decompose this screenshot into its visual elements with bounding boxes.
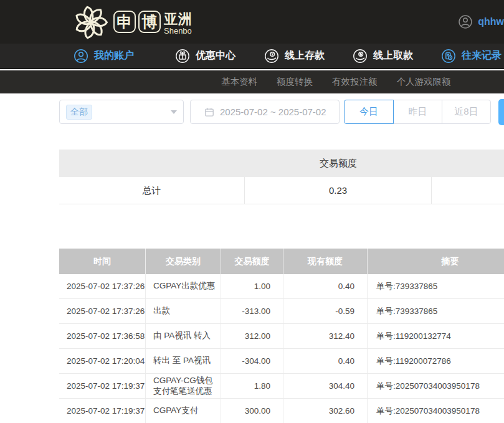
nav-item-promotions[interactable]: 优惠中心 xyxy=(175,44,235,68)
date-range-value: 2025-07-02 ~ 2025-07-02 xyxy=(220,107,326,117)
quick-date-buttons: 今日 昨日 近8日 xyxy=(344,100,491,124)
cell-time: 2025-07-02 17:37:26 xyxy=(59,274,146,298)
col-header-balance: 现有额度 xyxy=(283,249,368,274)
table-row: 2025-07-02 17:19:37 CGPAY-CG钱包支付笔笔送优惠 1.… xyxy=(59,374,504,399)
cell-balance: 0.40 xyxy=(283,274,368,298)
withdraw-hand-coin-icon xyxy=(353,49,368,64)
cell-amount: 1.00 xyxy=(221,274,283,298)
cell-type: CGPAY支付 xyxy=(146,399,221,423)
cell-time: 2025-07-02 17:19:37 xyxy=(59,399,146,423)
deposit-hand-coin-icon xyxy=(264,49,279,64)
last-8-days-button[interactable]: 近8日 xyxy=(442,100,491,124)
nav-label: 我的账户 xyxy=(94,49,134,62)
table-row: 2025-07-02 17:37:26 CGPAY出款优惠 1.00 0.40 … xyxy=(59,274,504,299)
cell-amount: -304.00 xyxy=(221,349,283,373)
account-icon xyxy=(74,49,88,64)
logo-region-cn: 亚洲 xyxy=(164,12,193,26)
username[interactable]: qhhw xyxy=(478,16,504,27)
col-header-memo: 摘要 xyxy=(368,249,504,274)
subnav-item-valid-bets[interactable]: 有效投注额 xyxy=(332,76,378,88)
nav-label: 往来记录 xyxy=(462,49,502,62)
chevron-down-icon xyxy=(171,110,177,114)
cell-memo: 单号:202507034003950178 xyxy=(368,374,504,398)
cell-memo: 单号:739337865 xyxy=(368,299,504,323)
filter-row: 全部 2025-07-02 ~ 2025-07-02 今日 昨日 近8日 xyxy=(0,100,504,125)
flower-logo-icon xyxy=(71,4,111,44)
table-row: 2025-07-02 17:37:26 出款 -313.00 -0.59 单号:… xyxy=(59,299,504,324)
page: 申 博 亚洲 Shenbo qhhw xyxy=(0,0,504,423)
cell-time: 2025-07-02 17:37:26 xyxy=(59,299,146,323)
user-area: qhhw xyxy=(458,0,504,44)
cell-amount: 312.00 xyxy=(221,324,283,348)
cell-balance: 304.40 xyxy=(283,374,368,398)
summary-header-amount: 交易额度 xyxy=(245,158,432,169)
cell-memo: 单号:119200072786 xyxy=(368,349,504,373)
transactions-table: 时间 交易类别 交易额度 现有额度 摘要 2025-07-02 17:37:26… xyxy=(59,249,504,423)
cell-time: 2025-07-02 17:36:58 xyxy=(59,324,146,348)
nav-item-deposit[interactable]: 线上存款 xyxy=(264,44,325,68)
cell-amount: 1.80 xyxy=(221,374,283,398)
subnav-item-game-limits[interactable]: 个人游戏限额 xyxy=(397,76,451,88)
selected-type-chip[interactable]: 全部 xyxy=(66,105,92,120)
col-header-amount: 交易额度 xyxy=(221,249,283,274)
cell-memo: 单号:119200132774 xyxy=(368,324,504,348)
subnav-item-basic-info[interactable]: 基本资料 xyxy=(221,76,257,88)
yesterday-button[interactable]: 昨日 xyxy=(393,100,442,124)
sub-nav: 基本资料 额度转换 有效投注额 个人游戏限额 xyxy=(0,70,504,93)
logo-region-en: Shenbo xyxy=(164,26,193,36)
nav-label: 线上存款 xyxy=(285,49,325,62)
nav-label: 线上取款 xyxy=(373,49,413,62)
cell-memo: 单号:202507034003950178 xyxy=(368,399,504,423)
table-row: 2025-07-02 17:36:58 由 PA视讯 转入 312.00 312… xyxy=(59,324,504,349)
user-circle-icon[interactable] xyxy=(458,14,473,29)
today-button[interactable]: 今日 xyxy=(344,100,394,124)
transactions-header-row: 时间 交易类别 交易额度 现有额度 摘要 xyxy=(59,249,504,274)
logo-char-shen: 申 xyxy=(113,11,136,33)
cell-balance: 302.60 xyxy=(283,399,368,423)
nav-item-records[interactable]: 往来记录 xyxy=(441,44,502,68)
logo-char-bo: 博 xyxy=(138,11,161,33)
summary-total-value: 0.23 xyxy=(245,177,432,204)
search-button[interactable] xyxy=(498,99,504,125)
nav-item-my-account[interactable]: 我的账户 xyxy=(74,44,134,68)
cell-balance: 0.40 xyxy=(283,349,368,373)
table-row: 2025-07-02 17:20:04 转出 至 PA视讯 -304.00 0.… xyxy=(59,349,504,374)
nav-label: 优惠中心 xyxy=(196,49,235,62)
table-row: 2025-07-02 17:19:37 CGPAY支付 300.00 302.6… xyxy=(59,399,504,423)
cell-memo: 单号:739337865 xyxy=(368,274,504,298)
summary-total-row: 总计 0.23 xyxy=(59,177,504,204)
cell-amount: 300.00 xyxy=(221,399,283,423)
cell-type: 由 PA视讯 转入 xyxy=(146,324,221,348)
summary-total-label: 总计 xyxy=(59,177,245,204)
calendar-icon xyxy=(204,107,214,117)
cell-type: CGPAY出款优惠 xyxy=(146,274,221,298)
top-brand-bar: 申 博 亚洲 Shenbo qhhw xyxy=(0,0,504,44)
col-header-time: 时间 xyxy=(59,249,146,274)
subnav-item-credit-transfer[interactable]: 额度转换 xyxy=(277,76,313,88)
main-nav: 我的账户 优惠中心 xyxy=(0,44,504,69)
date-range-input[interactable]: 2025-07-02 ~ 2025-07-02 xyxy=(190,100,340,124)
cell-type: 出款 xyxy=(146,299,221,323)
cell-time: 2025-07-02 17:20:04 xyxy=(59,349,146,373)
summary-header-row: 交易额度 xyxy=(59,150,504,177)
nav-item-withdraw[interactable]: 线上取款 xyxy=(353,44,413,68)
cell-amount: -313.00 xyxy=(221,299,283,323)
col-header-type: 交易类别 xyxy=(146,249,221,274)
records-clipboard-icon xyxy=(441,49,456,64)
cell-type: 转出 至 PA视讯 xyxy=(146,349,221,373)
transaction-type-select[interactable]: 全部 xyxy=(59,100,184,124)
cell-type: CGPAY-CG钱包支付笔笔送优惠 xyxy=(146,374,221,398)
summary-table: 交易额度 总计 0.23 xyxy=(59,150,504,204)
cell-time: 2025-07-02 17:19:37 xyxy=(59,374,146,398)
gift-icon xyxy=(175,49,190,64)
logo-region: 亚洲 Shenbo xyxy=(164,12,193,36)
cell-balance: -0.59 xyxy=(283,299,368,323)
cell-balance: 312.40 xyxy=(283,324,368,348)
